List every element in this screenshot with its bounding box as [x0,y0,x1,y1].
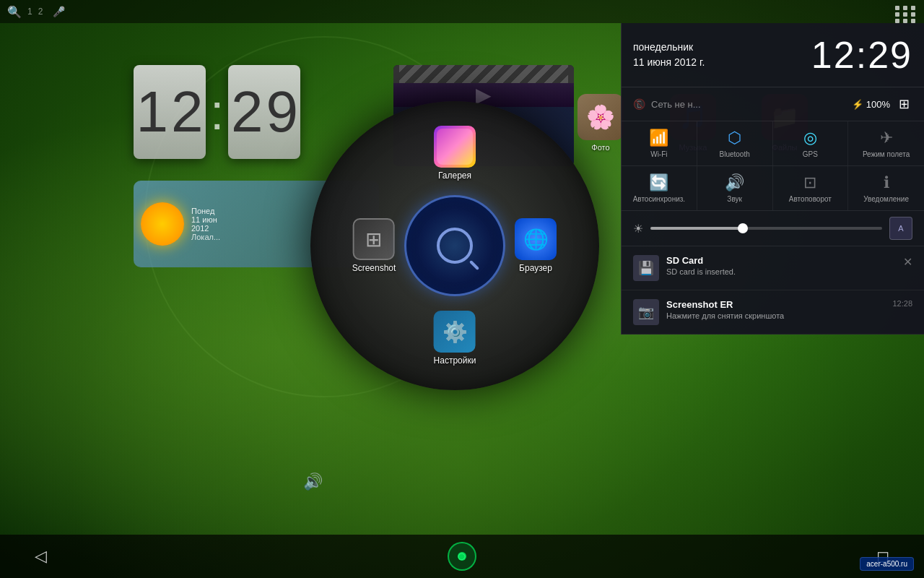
toggle-gps[interactable]: ◎ GPS [773,121,849,165]
no-signal-icon: 📵 [633,98,645,110]
airplane-icon: ✈ [880,129,893,147]
notif-sdcard-title: SD Card [666,255,896,266]
clock-hour-box: 1 2 [134,65,206,159]
nav-home-dot [458,552,466,561]
toggle-autorotate[interactable]: ⊡ Автоповорот [773,166,849,210]
dot-8 [903,19,907,23]
panel-time-minutes: 29 [868,34,912,76]
gallery-gradient [437,129,473,165]
notif-screenshot-title: Screenshot ER [666,299,885,310]
circle-menu-outer: Галерея ⊞ Screenshot 🌐 Браузер ⚙️ Настро… [310,101,599,390]
notif-screenshot-body: Нажмите для снятия скриншота [666,311,885,320]
mic-icon[interactable]: 🎤 [53,6,65,17]
grid-dots[interactable] [895,6,917,23]
back-icon: ◁ [35,547,47,565]
panel-time-display: 12:29 [811,33,912,77]
watermark-text: acer-a500.ru [860,557,914,571]
panel-day: понедельник [633,40,705,55]
toggle-sound[interactable]: 🔊 Звук [697,166,773,210]
toggle-autosync[interactable]: 🔄 Автосинхрониз. [622,166,697,210]
weather-day: Понед [191,207,220,215]
panel-settings-button[interactable]: ⊞ [896,93,912,115]
airplane-label: Режим полета [863,150,910,158]
clock-widget: 1 2 : 2 9 [134,65,300,159]
clock-min1: 2 [231,79,263,145]
settings-label: Настройки [434,355,476,366]
quick-toggles-row2: 🔄 Автосинхрониз. 🔊 Звук ⊡ Автоповорот ℹ … [622,166,924,211]
screenshot-label: Screenshot [352,263,396,273]
circle-center-search[interactable] [404,195,505,296]
notification-icon: ℹ [884,173,889,192]
weather-info: Понед 11 июн 2012 Локал... [191,207,220,241]
menu-item-screenshot[interactable]: ⊞ Screenshot [352,218,396,273]
watermark: acer-a500.ru [860,557,914,571]
weather-year: 2012 [191,224,220,233]
sound-icon: 🔊 [725,173,744,192]
auto-brightness-button[interactable]: A [889,217,912,240]
nav-home-circle[interactable] [448,542,476,571]
autosync-icon: 🔄 [649,173,668,192]
toggle-airplane[interactable]: ✈ Режим полета [848,121,924,165]
menu-item-gallery[interactable]: Галерея [434,126,476,181]
sound-label: Звук [727,195,742,203]
status-bar-left: 🔍 12 🎤 [7,5,65,19]
weather-sun [141,202,184,246]
notif-screenshot[interactable]: 📷 Screenshot ER Нажмите для снятия скрин… [622,290,924,335]
panel-date-text: понедельник 11 июня 2012 г. [633,40,705,70]
toggle-wifi[interactable]: 📶 Wi-Fi [622,121,697,165]
menu-item-settings[interactable]: ⚙️ Настройки [434,311,476,366]
notif-screenshot-content: Screenshot ER Нажмите для снятия скриншо… [666,299,885,320]
panel-status-row: 📵 Сеть не н... ⚡ 100% ⊞ [622,87,924,121]
camera-icon: 📷 [633,299,659,325]
settings-icon-img: ⚙️ [434,311,476,353]
dot-6 [911,12,915,17]
dot-2 [903,6,907,10]
gps-icon: ◎ [803,129,817,147]
sdcard-icon: 💾 [633,255,659,281]
notif-sdcard-body: SD card is inserted. [666,267,896,276]
screenshot-symbol: ⊞ [365,228,382,251]
volume-icon: 🔊 [303,473,323,491]
notif-sdcard-close[interactable]: ✕ [903,255,912,269]
panel-battery: ⚡ 100% [852,99,890,110]
browser-icon-img: 🌐 [515,218,557,260]
gallery-icon-img [434,126,476,168]
search-glass [437,228,473,264]
notification-panel: понедельник 11 июня 2012 г. 12:29 📵 Сеть… [621,23,924,335]
status-bar-time: 1 [27,7,32,17]
notif-sdcard[interactable]: 💾 SD Card SD card is inserted. ✕ [622,246,924,290]
dot-9 [911,19,915,23]
panel-fulldate: 11 июня 2012 г. [633,55,705,70]
browser-label: Браузер [519,263,552,273]
clock-separator: : [209,65,225,159]
clock-hour2: 2 [171,79,204,145]
search-icon[interactable]: 🔍 [7,5,22,19]
back-button[interactable]: ◁ [29,541,53,571]
gps-label: GPS [803,150,818,158]
status-bar: 🔍 12 🎤 [0,0,924,23]
gallery-label: Галерея [438,171,471,181]
wifi-icon: 📶 [649,129,668,147]
toggle-notification[interactable]: ℹ Уведомление [848,166,924,210]
navigation-bar: ◁ ○ ◻ [0,535,924,578]
panel-time-colon: : [856,34,868,76]
status-time-2: 2 [38,7,43,17]
toggle-bluetooth[interactable]: ⬡ Bluetooth [697,121,773,165]
circle-menu: Галерея ⊞ Screenshot 🌐 Браузер ⚙️ Настро… [289,58,621,434]
wifi-label: Wi-Fi [650,150,667,158]
screenshot-icon-img: ⊞ [353,218,395,260]
brightness-fill [650,227,743,230]
autorotate-label: Автоповорот [789,195,832,203]
menu-item-browser[interactable]: 🌐 Браузер [515,218,557,273]
bluetooth-label: Bluetooth [719,150,749,158]
panel-time-hours: 12 [811,34,856,76]
brightness-icon: ☀ [633,222,643,236]
weather-location: Локал... [191,233,220,241]
brightness-row: ☀ A [622,211,924,246]
panel-datetime: понедельник 11 июня 2012 г. 12:29 [622,23,924,87]
dot-5 [903,12,907,17]
brightness-slider[interactable] [650,227,882,230]
dot-3 [911,6,915,10]
dot-7 [895,19,899,23]
brightness-handle[interactable] [738,223,748,233]
